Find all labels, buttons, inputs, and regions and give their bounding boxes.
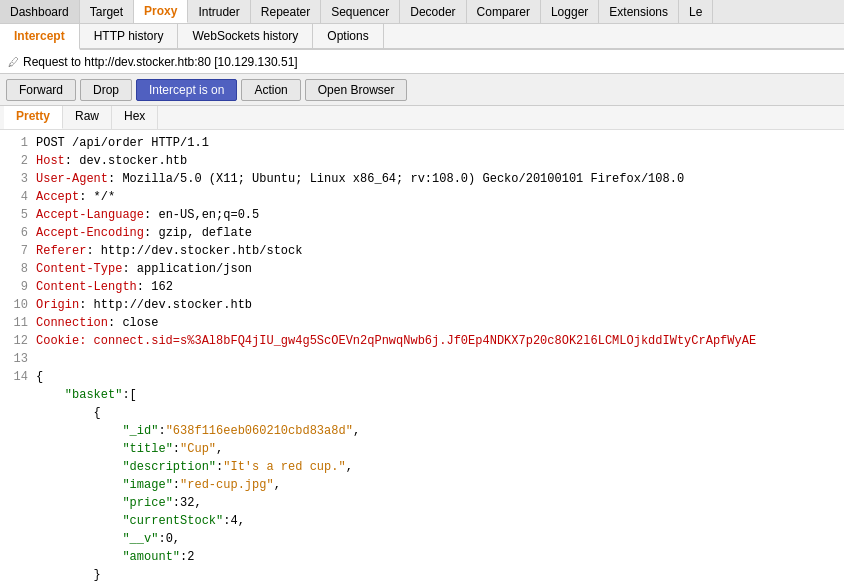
action-button[interactable]: Action (241, 79, 300, 101)
table-row: 5 Accept-Language: en-US,en;q=0.5 (8, 206, 836, 224)
tab-http-history[interactable]: HTTP history (80, 24, 179, 48)
nav-proxy[interactable]: Proxy (134, 0, 188, 23)
table-row: 1 POST /api/order HTTP/1.1 (8, 134, 836, 152)
table-row: 12 Cookie: connect.sid=s%3Al8bFQ4jIU_gw4… (8, 332, 836, 350)
request-info-text: Request to http://dev.stocker.htb:80 [10… (23, 55, 298, 69)
table-row: 2 Host: dev.stocker.htb (8, 152, 836, 170)
table-row: 9 Content-Length: 162 (8, 278, 836, 296)
table-row: "currentStock":4, (8, 512, 836, 530)
nav-extensions[interactable]: Extensions (599, 0, 679, 23)
table-row: { (8, 404, 836, 422)
nav-le[interactable]: Le (679, 0, 713, 23)
intercept-toggle-button[interactable]: Intercept is on (136, 79, 237, 101)
nav-dashboard[interactable]: Dashboard (0, 0, 80, 23)
table-row: "basket":[ (8, 386, 836, 404)
nav-intruder[interactable]: Intruder (188, 0, 250, 23)
tab-hex[interactable]: Hex (112, 106, 158, 129)
forward-button[interactable]: Forward (6, 79, 76, 101)
table-row: "__v":0, (8, 530, 836, 548)
nav-decoder[interactable]: Decoder (400, 0, 466, 23)
nav-comparer[interactable]: Comparer (467, 0, 541, 23)
nav-repeater[interactable]: Repeater (251, 0, 321, 23)
table-row: 3 User-Agent: Mozilla/5.0 (X11; Ubuntu; … (8, 170, 836, 188)
tab-intercept[interactable]: Intercept (0, 24, 80, 50)
pin-icon: 🖊 (8, 56, 19, 68)
intercept-toolbar: Forward Drop Intercept is on Action Open… (0, 74, 844, 106)
open-browser-button[interactable]: Open Browser (305, 79, 408, 101)
tab-options[interactable]: Options (313, 24, 383, 48)
sub-navigation: Intercept HTTP history WebSockets histor… (0, 24, 844, 50)
nav-logger[interactable]: Logger (541, 0, 599, 23)
nav-sequencer[interactable]: Sequencer (321, 0, 400, 23)
tab-websockets-history[interactable]: WebSockets history (178, 24, 313, 48)
table-row: "title":"Cup", (8, 440, 836, 458)
table-row: "image":"red-cup.jpg", (8, 476, 836, 494)
table-row: 6 Accept-Encoding: gzip, deflate (8, 224, 836, 242)
request-info-bar: 🖊 Request to http://dev.stocker.htb:80 [… (0, 50, 844, 74)
nav-target[interactable]: Target (80, 0, 134, 23)
table-row: "price":32, (8, 494, 836, 512)
table-row: "description":"It's a red cup.", (8, 458, 836, 476)
table-row: 10 Origin: http://dev.stocker.htb (8, 296, 836, 314)
table-row: 4 Accept: */* (8, 188, 836, 206)
tab-raw[interactable]: Raw (63, 106, 112, 129)
table-row: 14 { (8, 368, 836, 386)
table-row: "_id":"638f116eeb060210cbd83a8d", (8, 422, 836, 440)
table-row: 7 Referer: http://dev.stocker.htb/stock (8, 242, 836, 260)
table-row: "amount":2 (8, 548, 836, 566)
request-content[interactable]: 1 POST /api/order HTTP/1.1 2 Host: dev.s… (0, 130, 844, 584)
table-row: 11 Connection: close (8, 314, 836, 332)
drop-button[interactable]: Drop (80, 79, 132, 101)
format-tabs: Pretty Raw Hex (0, 106, 844, 130)
tab-pretty[interactable]: Pretty (4, 106, 63, 129)
table-row: 13 (8, 350, 836, 368)
table-row: 8 Content-Type: application/json (8, 260, 836, 278)
top-navigation: Dashboard Target Proxy Intruder Repeater… (0, 0, 844, 24)
table-row: } (8, 566, 836, 584)
